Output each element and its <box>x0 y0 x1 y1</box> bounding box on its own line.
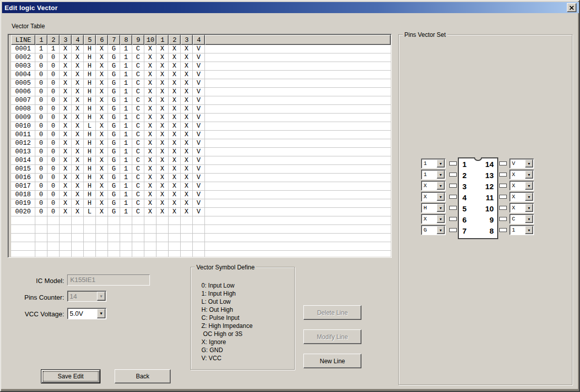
column-header[interactable]: LINE <box>11 35 35 45</box>
column-header[interactable]: 3 <box>60 35 72 45</box>
vector-cell[interactable]: C <box>132 148 144 156</box>
column-header[interactable]: 1 <box>156 35 169 45</box>
vector-cell[interactable]: 1 <box>120 114 132 122</box>
vector-cell[interactable]: 1 <box>120 131 132 139</box>
vector-cell[interactable]: C <box>132 122 144 131</box>
vector-cell[interactable]: X <box>72 139 84 148</box>
table-row[interactable]: 000900XXHXG1CXXXXV <box>11 114 391 122</box>
vector-cell[interactable]: V <box>193 53 205 62</box>
vector-cell[interactable]: 0 <box>47 131 60 139</box>
vector-cell[interactable]: X <box>169 114 181 122</box>
vector-cell[interactable]: X <box>72 45 84 53</box>
vector-cell[interactable]: 1 <box>120 53 132 62</box>
line-number-cell[interactable]: 0007 <box>11 96 35 105</box>
vector-cell[interactable]: V <box>193 148 205 156</box>
column-header[interactable]: 5 <box>84 35 96 45</box>
pin-state-combo[interactable]: X▼ <box>509 203 534 213</box>
vector-cell[interactable]: 0 <box>35 191 47 199</box>
vector-cell[interactable]: 0 <box>35 139 47 148</box>
vector-cell[interactable]: V <box>193 114 205 122</box>
vector-cell[interactable]: X <box>96 182 108 191</box>
vector-cell[interactable]: X <box>169 122 181 131</box>
line-number-cell[interactable]: 0020 <box>11 208 35 216</box>
vector-cell[interactable]: 1 <box>120 191 132 199</box>
vector-cell[interactable]: X <box>144 62 156 71</box>
vector-cell[interactable]: 0 <box>47 191 60 199</box>
line-number-cell[interactable]: 0017 <box>11 182 35 191</box>
column-header[interactable]: 2 <box>47 35 60 45</box>
vector-cell[interactable]: V <box>193 45 205 53</box>
vector-cell[interactable]: C <box>132 165 144 174</box>
vector-cell[interactable]: X <box>60 105 72 114</box>
vector-cell[interactable]: 1 <box>120 88 132 96</box>
vector-cell[interactable]: G <box>108 45 120 53</box>
vector-cell[interactable]: X <box>60 208 72 216</box>
vector-cell[interactable]: X <box>96 139 108 148</box>
vector-cell[interactable]: 1 <box>35 45 47 53</box>
vector-cell[interactable]: 0 <box>35 71 47 79</box>
chevron-down-icon[interactable]: ▼ <box>437 193 445 201</box>
vector-cell[interactable]: C <box>132 96 144 105</box>
vector-cell[interactable]: X <box>181 131 193 139</box>
vector-cell[interactable]: 0 <box>47 174 60 182</box>
line-number-cell[interactable]: 0019 <box>11 199 35 208</box>
line-number-cell[interactable]: 0016 <box>11 174 35 182</box>
vector-cell[interactable]: 0 <box>47 71 60 79</box>
vector-cell[interactable]: X <box>156 105 169 114</box>
table-row[interactable]: 000111XXHXG1CXXXXV <box>11 45 391 53</box>
vector-cell[interactable]: X <box>156 199 169 208</box>
vector-cell[interactable]: V <box>193 165 205 174</box>
pin-state-combo[interactable]: C▼ <box>509 214 534 224</box>
vector-cell[interactable]: X <box>156 148 169 156</box>
column-header[interactable]: 2 <box>169 35 181 45</box>
line-number-cell[interactable]: 0010 <box>11 122 35 131</box>
line-number-cell[interactable]: 0014 <box>11 156 35 165</box>
vector-cell[interactable]: 0 <box>47 156 60 165</box>
chevron-down-icon[interactable]: ▼ <box>97 309 106 318</box>
vector-cell[interactable]: X <box>60 174 72 182</box>
vector-cell[interactable]: X <box>96 208 108 216</box>
vector-cell[interactable]: X <box>72 131 84 139</box>
vector-cell[interactable]: G <box>108 191 120 199</box>
line-number-cell[interactable]: 0018 <box>11 191 35 199</box>
vector-cell[interactable]: X <box>156 71 169 79</box>
vector-cell[interactable]: X <box>72 208 84 216</box>
vector-cell[interactable]: X <box>144 122 156 131</box>
vector-cell[interactable]: X <box>169 45 181 53</box>
vector-cell[interactable]: X <box>144 53 156 62</box>
vector-cell[interactable]: X <box>169 191 181 199</box>
vector-cell[interactable]: 1 <box>120 96 132 105</box>
column-header[interactable]: 6 <box>96 35 108 45</box>
vector-cell[interactable]: V <box>193 156 205 165</box>
vector-cell[interactable]: X <box>60 199 72 208</box>
vector-cell[interactable]: X <box>181 79 193 88</box>
vector-cell[interactable]: X <box>156 182 169 191</box>
table-row[interactable]: 001100XXHXG1CXXXXV <box>11 131 391 139</box>
vector-cell[interactable]: X <box>181 88 193 96</box>
table-row[interactable]: 001200XXHXG1CXXXXV <box>11 139 391 148</box>
vector-cell[interactable]: X <box>60 96 72 105</box>
vector-cell[interactable]: X <box>169 182 181 191</box>
vector-cell[interactable]: H <box>84 131 96 139</box>
vector-cell[interactable]: V <box>193 71 205 79</box>
vector-cell[interactable]: X <box>144 199 156 208</box>
pin-state-combo[interactable]: 1▼ <box>509 225 534 235</box>
vector-cell[interactable]: V <box>193 88 205 96</box>
vector-cell[interactable]: X <box>96 71 108 79</box>
vector-cell[interactable]: X <box>72 114 84 122</box>
vector-cell[interactable]: 0 <box>35 156 47 165</box>
vector-cell[interactable]: 1 <box>120 165 132 174</box>
vector-cell[interactable]: V <box>193 79 205 88</box>
chevron-down-icon[interactable]: ▼ <box>525 193 533 201</box>
vector-cell[interactable]: V <box>193 131 205 139</box>
pin-state-combo[interactable]: V▼ <box>509 158 534 169</box>
line-number-cell[interactable]: 0003 <box>11 62 35 71</box>
vector-cell[interactable]: G <box>108 79 120 88</box>
vector-cell[interactable]: X <box>169 79 181 88</box>
vector-cell[interactable]: G <box>108 148 120 156</box>
vector-cell[interactable]: 0 <box>35 53 47 62</box>
vector-cell[interactable]: X <box>181 53 193 62</box>
vector-cell[interactable]: X <box>156 96 169 105</box>
table-row[interactable]: 001900XXHXG1CXXXXV <box>11 199 391 208</box>
vector-cell[interactable]: C <box>132 139 144 148</box>
